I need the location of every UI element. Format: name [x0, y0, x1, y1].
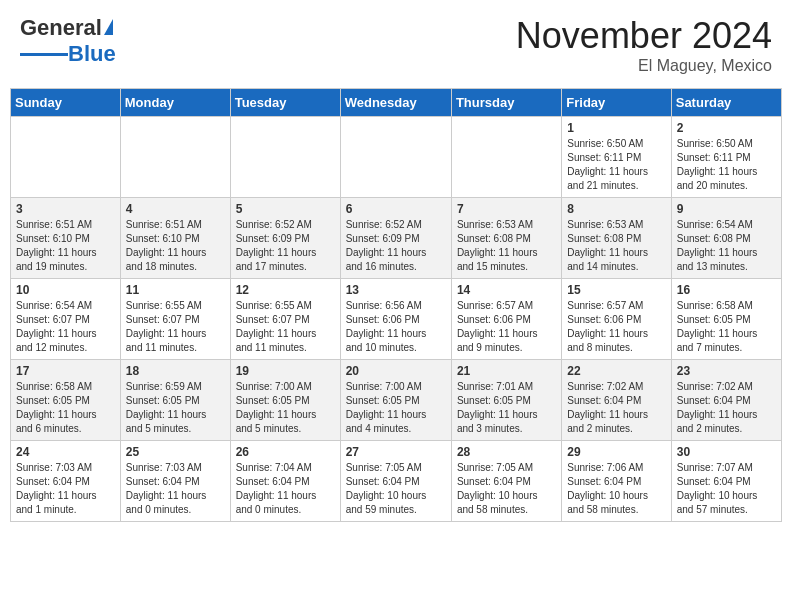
- calendar-day-cell: 27Sunrise: 7:05 AM Sunset: 6:04 PM Dayli…: [340, 441, 451, 522]
- calendar-day-cell: 26Sunrise: 7:04 AM Sunset: 6:04 PM Dayli…: [230, 441, 340, 522]
- calendar-month-year: November 2024: [516, 15, 772, 57]
- calendar-day-cell: 11Sunrise: 6:55 AM Sunset: 6:07 PM Dayli…: [120, 279, 230, 360]
- logo-triangle-icon: [104, 19, 113, 35]
- calendar-week-row: 1Sunrise: 6:50 AM Sunset: 6:11 PM Daylig…: [11, 117, 782, 198]
- day-info: Sunrise: 6:57 AM Sunset: 6:06 PM Dayligh…: [457, 299, 556, 355]
- calendar-day-cell: 1Sunrise: 6:50 AM Sunset: 6:11 PM Daylig…: [562, 117, 671, 198]
- calendar-day-cell: 4Sunrise: 6:51 AM Sunset: 6:10 PM Daylig…: [120, 198, 230, 279]
- calendar-week-row: 10Sunrise: 6:54 AM Sunset: 6:07 PM Dayli…: [11, 279, 782, 360]
- day-info: Sunrise: 6:56 AM Sunset: 6:06 PM Dayligh…: [346, 299, 446, 355]
- calendar-day-cell: 7Sunrise: 6:53 AM Sunset: 6:08 PM Daylig…: [451, 198, 561, 279]
- day-info: Sunrise: 6:58 AM Sunset: 6:05 PM Dayligh…: [677, 299, 776, 355]
- day-number: 11: [126, 283, 225, 297]
- calendar-day-cell: 25Sunrise: 7:03 AM Sunset: 6:04 PM Dayli…: [120, 441, 230, 522]
- calendar-col-header: Saturday: [671, 89, 781, 117]
- calendar-location: El Maguey, Mexico: [516, 57, 772, 75]
- calendar-day-cell: [340, 117, 451, 198]
- logo: General Blue: [20, 15, 116, 67]
- day-number: 13: [346, 283, 446, 297]
- calendar-table: SundayMondayTuesdayWednesdayThursdayFrid…: [10, 88, 782, 522]
- day-info: Sunrise: 6:59 AM Sunset: 6:05 PM Dayligh…: [126, 380, 225, 436]
- day-info: Sunrise: 7:00 AM Sunset: 6:05 PM Dayligh…: [346, 380, 446, 436]
- day-info: Sunrise: 6:52 AM Sunset: 6:09 PM Dayligh…: [236, 218, 335, 274]
- day-number: 15: [567, 283, 665, 297]
- calendar-header-row: SundayMondayTuesdayWednesdayThursdayFrid…: [11, 89, 782, 117]
- calendar-week-row: 17Sunrise: 6:58 AM Sunset: 6:05 PM Dayli…: [11, 360, 782, 441]
- calendar-day-cell: 19Sunrise: 7:00 AM Sunset: 6:05 PM Dayli…: [230, 360, 340, 441]
- day-info: Sunrise: 7:02 AM Sunset: 6:04 PM Dayligh…: [567, 380, 665, 436]
- day-number: 24: [16, 445, 115, 459]
- calendar-day-cell: 5Sunrise: 6:52 AM Sunset: 6:09 PM Daylig…: [230, 198, 340, 279]
- day-info: Sunrise: 6:53 AM Sunset: 6:08 PM Dayligh…: [567, 218, 665, 274]
- day-info: Sunrise: 6:55 AM Sunset: 6:07 PM Dayligh…: [126, 299, 225, 355]
- day-number: 26: [236, 445, 335, 459]
- calendar-week-row: 24Sunrise: 7:03 AM Sunset: 6:04 PM Dayli…: [11, 441, 782, 522]
- day-info: Sunrise: 6:54 AM Sunset: 6:08 PM Dayligh…: [677, 218, 776, 274]
- day-info: Sunrise: 6:51 AM Sunset: 6:10 PM Dayligh…: [126, 218, 225, 274]
- day-info: Sunrise: 7:05 AM Sunset: 6:04 PM Dayligh…: [457, 461, 556, 517]
- calendar-day-cell: [451, 117, 561, 198]
- calendar-day-cell: 12Sunrise: 6:55 AM Sunset: 6:07 PM Dayli…: [230, 279, 340, 360]
- day-info: Sunrise: 6:53 AM Sunset: 6:08 PM Dayligh…: [457, 218, 556, 274]
- calendar-day-cell: 29Sunrise: 7:06 AM Sunset: 6:04 PM Dayli…: [562, 441, 671, 522]
- calendar-day-cell: 14Sunrise: 6:57 AM Sunset: 6:06 PM Dayli…: [451, 279, 561, 360]
- day-info: Sunrise: 7:00 AM Sunset: 6:05 PM Dayligh…: [236, 380, 335, 436]
- calendar-col-header: Thursday: [451, 89, 561, 117]
- calendar-day-cell: 22Sunrise: 7:02 AM Sunset: 6:04 PM Dayli…: [562, 360, 671, 441]
- calendar-col-header: Monday: [120, 89, 230, 117]
- day-number: 19: [236, 364, 335, 378]
- day-info: Sunrise: 6:58 AM Sunset: 6:05 PM Dayligh…: [16, 380, 115, 436]
- day-number: 9: [677, 202, 776, 216]
- calendar-day-cell: 10Sunrise: 6:54 AM Sunset: 6:07 PM Dayli…: [11, 279, 121, 360]
- calendar-day-cell: 8Sunrise: 6:53 AM Sunset: 6:08 PM Daylig…: [562, 198, 671, 279]
- calendar-day-cell: 18Sunrise: 6:59 AM Sunset: 6:05 PM Dayli…: [120, 360, 230, 441]
- day-info: Sunrise: 7:07 AM Sunset: 6:04 PM Dayligh…: [677, 461, 776, 517]
- calendar-col-header: Tuesday: [230, 89, 340, 117]
- calendar-col-header: Sunday: [11, 89, 121, 117]
- calendar-day-cell: 6Sunrise: 6:52 AM Sunset: 6:09 PM Daylig…: [340, 198, 451, 279]
- day-number: 22: [567, 364, 665, 378]
- calendar-day-cell: [120, 117, 230, 198]
- calendar-day-cell: 9Sunrise: 6:54 AM Sunset: 6:08 PM Daylig…: [671, 198, 781, 279]
- logo-text-general: General: [20, 15, 102, 41]
- day-info: Sunrise: 6:54 AM Sunset: 6:07 PM Dayligh…: [16, 299, 115, 355]
- day-number: 8: [567, 202, 665, 216]
- calendar-col-header: Friday: [562, 89, 671, 117]
- day-number: 2: [677, 121, 776, 135]
- day-info: Sunrise: 6:52 AM Sunset: 6:09 PM Dayligh…: [346, 218, 446, 274]
- day-number: 28: [457, 445, 556, 459]
- day-number: 25: [126, 445, 225, 459]
- day-info: Sunrise: 6:50 AM Sunset: 6:11 PM Dayligh…: [567, 137, 665, 193]
- calendar-day-cell: 20Sunrise: 7:00 AM Sunset: 6:05 PM Dayli…: [340, 360, 451, 441]
- day-number: 17: [16, 364, 115, 378]
- calendar-day-cell: 16Sunrise: 6:58 AM Sunset: 6:05 PM Dayli…: [671, 279, 781, 360]
- day-info: Sunrise: 6:55 AM Sunset: 6:07 PM Dayligh…: [236, 299, 335, 355]
- day-number: 21: [457, 364, 556, 378]
- calendar-day-cell: [230, 117, 340, 198]
- day-info: Sunrise: 6:50 AM Sunset: 6:11 PM Dayligh…: [677, 137, 776, 193]
- day-number: 29: [567, 445, 665, 459]
- day-number: 10: [16, 283, 115, 297]
- calendar-day-cell: 17Sunrise: 6:58 AM Sunset: 6:05 PM Dayli…: [11, 360, 121, 441]
- day-number: 30: [677, 445, 776, 459]
- day-info: Sunrise: 7:05 AM Sunset: 6:04 PM Dayligh…: [346, 461, 446, 517]
- calendar-day-cell: 15Sunrise: 6:57 AM Sunset: 6:06 PM Dayli…: [562, 279, 671, 360]
- day-number: 6: [346, 202, 446, 216]
- calendar-day-cell: 23Sunrise: 7:02 AM Sunset: 6:04 PM Dayli…: [671, 360, 781, 441]
- calendar-day-cell: 21Sunrise: 7:01 AM Sunset: 6:05 PM Dayli…: [451, 360, 561, 441]
- logo-underline: [20, 53, 68, 56]
- day-number: 7: [457, 202, 556, 216]
- day-number: 16: [677, 283, 776, 297]
- day-info: Sunrise: 7:03 AM Sunset: 6:04 PM Dayligh…: [16, 461, 115, 517]
- day-number: 5: [236, 202, 335, 216]
- day-number: 3: [16, 202, 115, 216]
- day-number: 18: [126, 364, 225, 378]
- day-info: Sunrise: 7:06 AM Sunset: 6:04 PM Dayligh…: [567, 461, 665, 517]
- day-number: 14: [457, 283, 556, 297]
- day-number: 20: [346, 364, 446, 378]
- calendar-week-row: 3Sunrise: 6:51 AM Sunset: 6:10 PM Daylig…: [11, 198, 782, 279]
- page-header: General Blue November 2024 El Maguey, Me…: [10, 10, 782, 80]
- day-info: Sunrise: 7:02 AM Sunset: 6:04 PM Dayligh…: [677, 380, 776, 436]
- calendar-col-header: Wednesday: [340, 89, 451, 117]
- day-info: Sunrise: 7:04 AM Sunset: 6:04 PM Dayligh…: [236, 461, 335, 517]
